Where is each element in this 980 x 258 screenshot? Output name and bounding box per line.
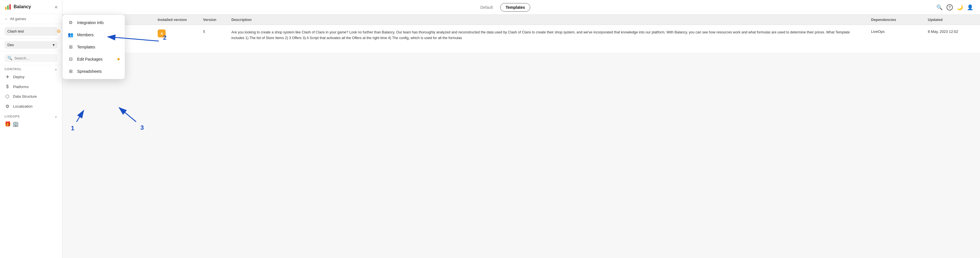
liveops-chevron-icon: ▲ (54, 115, 57, 118)
env-label: Dev (7, 43, 14, 47)
table-header: Installed version Version Description De… (62, 15, 980, 25)
templates-label: Templates (77, 45, 95, 49)
members-label: Members (77, 33, 94, 37)
back-to-games-link[interactable]: ← All games (0, 14, 62, 24)
table-body: Clash Of Clans 4 5 Are you looking to cr… (62, 25, 980, 53)
package-icon: ⊟ (67, 56, 74, 62)
row-dependencies-cell: LiveOps (867, 30, 923, 34)
grid-icon: ⊞ (67, 44, 74, 49)
search-input[interactable] (14, 56, 62, 60)
spreadsheets-label: Spreadsheets (77, 69, 102, 74)
sidebar-item-deploy[interactable]: ✈ Deploy (0, 72, 62, 82)
chevron-down-icon: ▾ (53, 43, 55, 47)
svg-rect-1 (7, 5, 9, 9)
search-wrap: 🔍 (0, 51, 62, 65)
svg-rect-2 (10, 4, 11, 9)
search-icon: 🔍 (7, 56, 12, 60)
gear-icon: ⚙ (67, 20, 74, 25)
sidebar-item-data-structure[interactable]: ⬡ Data Structure (0, 92, 62, 101)
control-section: CONTROL ▲ (0, 65, 62, 72)
control-chevron-icon: ▲ (54, 68, 57, 71)
user-icon[interactable]: 👤 (967, 4, 973, 11)
svg-rect-0 (5, 7, 6, 9)
localization-label: Localization (13, 104, 33, 108)
topbar: Default Templates 🔍 ? 🌙 👤 (62, 0, 980, 15)
app-name: Balancy (14, 4, 31, 9)
content-area: Installed version Version Description De… (62, 15, 980, 258)
platforms-label: Platforms (13, 85, 29, 89)
back-label: All games (10, 17, 26, 21)
row-updated-cell: 8 May, 2023 12:02 (923, 30, 980, 34)
edit-packages-label: Edit Packages (77, 57, 103, 62)
row-description-cell: Are you looking to create a shop system … (227, 30, 867, 41)
topbar-right: 🔍 ? 🌙 👤 (936, 4, 973, 11)
col-description: Description (227, 17, 867, 22)
spreadsheet-icon: ⊞ (67, 68, 74, 74)
annotation-2: 2 (163, 34, 167, 41)
sidebar-item-localization[interactable]: ⚙ Localization (0, 101, 62, 111)
logo-icon (5, 3, 11, 10)
game-settings-button[interactable]: ⚙ (57, 28, 61, 34)
dropdown-item-members[interactable]: 👥 Members (62, 28, 125, 41)
table-row: Clash Of Clans 4 5 Are you looking to cr… (62, 25, 980, 53)
game-input-wrap: ⚙ (5, 27, 57, 36)
col-dependencies: Dependencies (867, 17, 923, 22)
dropdown-item-spreadsheets[interactable]: ⊞ Spreadsheets (62, 65, 125, 77)
col-version: Version (199, 17, 227, 22)
deploy-label: Deploy (13, 75, 24, 79)
liveops-section-label: LIVEOPS ▲ (5, 115, 57, 118)
sidebar-header: Balancy « (0, 0, 62, 14)
game-name-input[interactable] (7, 29, 55, 33)
members-icon: 👥 (67, 32, 74, 37)
logo-area: Balancy (5, 3, 31, 10)
main-content: Default Templates 🔍 ? 🌙 👤 Installed vers… (62, 0, 980, 258)
sidebar-collapse-button[interactable]: « (55, 4, 57, 10)
annotation-1: 1 (71, 125, 74, 132)
search-inner: 🔍 (5, 54, 57, 62)
row-version-cell: 5 (199, 30, 227, 34)
liveops-building-icon[interactable]: 🏢 (13, 121, 19, 127)
game-selector: ⚙ (0, 24, 62, 39)
env-dropdown-button[interactable]: Dev ▾ (5, 41, 57, 49)
topbar-center: Default Templates (475, 3, 531, 12)
dropdown-menu: ⚙ Integration Info 👥 Members ⊞ Templates… (62, 15, 125, 79)
back-arrow-icon: ← (5, 17, 8, 21)
row-installed-cell: 4 (153, 30, 199, 37)
data-structure-label: Data Structure (13, 94, 37, 98)
control-section-label: CONTROL ▲ (5, 67, 57, 71)
data-structure-icon: ⬡ (5, 94, 10, 99)
tab-default[interactable]: Default (475, 3, 498, 11)
edit-packages-dot (118, 58, 120, 60)
env-selector: Dev ▾ (0, 39, 62, 51)
sidebar: Balancy « ← All games ⚙ Dev ▾ 🔍 CONTROL … (0, 0, 62, 258)
localization-icon: ⚙ (5, 104, 10, 109)
liveops-gift-icon[interactable]: 🎁 (5, 121, 11, 127)
dark-mode-icon[interactable]: 🌙 (957, 4, 963, 11)
integration-info-label: Integration Info (77, 21, 103, 25)
liveops-section: LIVEOPS ▲ (0, 112, 62, 119)
search-icon[interactable]: 🔍 (936, 4, 943, 11)
col-updated: Updated (923, 17, 980, 22)
dropdown-item-integration-info[interactable]: ⚙ Integration Info (62, 16, 125, 28)
col-installed: Installed version (153, 17, 199, 22)
sidebar-item-platforms[interactable]: $ Platforms (0, 82, 62, 92)
tab-templates[interactable]: Templates (500, 3, 530, 12)
liveops-icons: 🎁 🏢 (0, 119, 62, 129)
annotation-3: 3 (140, 124, 144, 131)
platforms-icon: $ (5, 84, 10, 89)
help-icon[interactable]: ? (947, 4, 953, 11)
dropdown-item-templates[interactable]: ⊞ Templates (62, 41, 125, 53)
deploy-icon: ✈ (5, 74, 10, 79)
dropdown-item-edit-packages[interactable]: ⊟ Edit Packages (62, 53, 125, 65)
